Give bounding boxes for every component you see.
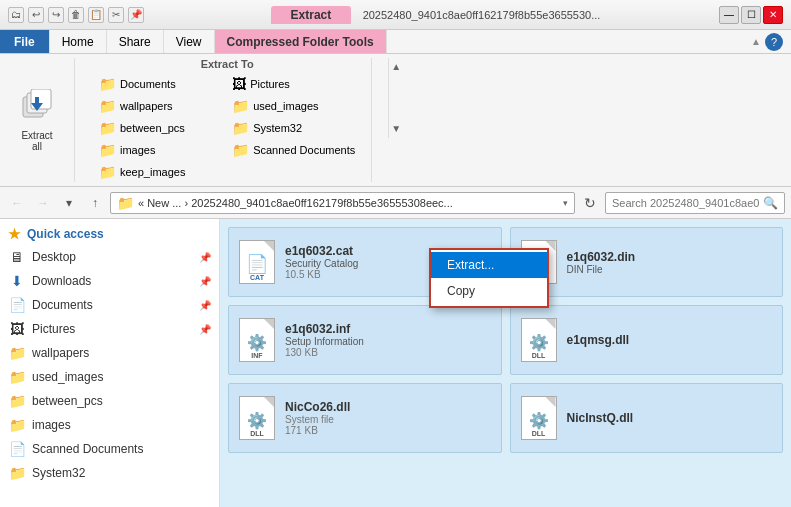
minimize-button[interactable]: — — [719, 6, 739, 24]
address-box[interactable]: 📁 « New ... › 20252480_9401c8ae0ff162179… — [110, 192, 575, 214]
sidebar-item-downloads[interactable]: ⬇ Downloads 📌 — [0, 269, 219, 293]
tb-icon-7[interactable]: 📌 — [128, 7, 144, 23]
maximize-button[interactable]: ☐ — [741, 6, 761, 24]
sidebar-item-pictures[interactable]: 🖼 Pictures 📌 — [0, 317, 219, 341]
extract-tab-title: Extract — [271, 6, 352, 24]
ribbon-item-pictures[interactable]: 🖼 Pictures — [228, 74, 359, 94]
file-content-area: 📄 CAT e1q6032.cat Security Catalog 10.5 … — [220, 219, 791, 507]
sidebar-item-system32[interactable]: 📁 System32 — [0, 461, 219, 485]
sidebar: ★ Quick access 🖥 Desktop 📌 ⬇ Downloads 📌… — [0, 219, 220, 507]
sidebar-item-documents[interactable]: 📄 Documents 📌 — [0, 293, 219, 317]
address-text: « New ... › 20252480_9401c8ae0ff162179f8… — [138, 197, 559, 209]
file-item-4[interactable]: ⚙️ DLL NicCo26.dll System file 171 KB — [228, 383, 502, 453]
file-info-dll2: NicCo26.dll System file 171 KB — [285, 400, 493, 436]
ribbon-item-wallpapers[interactable]: 📁 wallpapers — [95, 96, 226, 116]
file-desc-din: DIN File — [567, 264, 775, 275]
forward-button[interactable]: → — [32, 192, 54, 214]
ribbon-item-used-images[interactable]: 📁 used_images — [228, 96, 359, 116]
extract-to-label: Extract To — [201, 58, 254, 70]
sidebar-item-system32-label: System32 — [32, 466, 211, 480]
up-button[interactable]: ↑ — [84, 192, 106, 214]
file-desc-inf: Setup Information — [285, 336, 493, 347]
extract-to-items: 📁 Documents 🖼 Pictures 📁 wallpapers 📁 us… — [95, 74, 359, 182]
ribbon-item-images[interactable]: 📁 images — [95, 140, 226, 160]
file-item-3[interactable]: ⚙️ DLL e1qmsg.dll — [510, 305, 784, 375]
pin-icon-documents: 📌 — [199, 300, 211, 311]
sidebar-item-used-images[interactable]: 📁 used_images — [0, 365, 219, 389]
recent-locations-button[interactable]: ▾ — [58, 192, 80, 214]
ribbon-item-used-images-label: used_images — [253, 100, 318, 112]
ribbon-section-extract: Extract all — [8, 58, 75, 182]
sidebar-item-desktop[interactable]: 🖥 Desktop 📌 — [0, 245, 219, 269]
folder-icon-wallpapers: 📁 — [99, 98, 116, 114]
ribbon-collapse-icon[interactable]: ▲ — [751, 36, 761, 47]
tab-compressed-folder-tools[interactable]: Compressed Folder Tools — [215, 30, 387, 53]
sidebar-item-between-pcs[interactable]: 📁 between_pcs — [0, 389, 219, 413]
ribbon-item-system32[interactable]: 📁 System32 — [228, 118, 359, 138]
folder-icon-scanned-docs: 📁 — [232, 142, 249, 158]
ribbon-item-documents-label: Documents — [120, 78, 176, 90]
title-bar: 🗂 ↩ ↪ 🗑 📋 ✂ 📌 Extract 20252480_9401c8ae0… — [0, 0, 791, 30]
ribbon-item-pictures-label: Pictures — [250, 78, 290, 90]
ribbon-item-system32-label: System32 — [253, 122, 302, 134]
file-size-dll2: 171 KB — [285, 425, 493, 436]
ctx-extract-button[interactable]: Extract... — [431, 252, 547, 278]
system32-folder-icon: 📁 — [8, 464, 26, 482]
ribbon-item-between-pcs[interactable]: 📁 between_pcs — [95, 118, 226, 138]
sidebar-item-images[interactable]: 📁 images — [0, 413, 219, 437]
tab-view[interactable]: View — [164, 30, 215, 53]
file-info-dll1: e1qmsg.dll — [567, 333, 775, 347]
tb-icon-5[interactable]: 📋 — [88, 7, 104, 23]
ribbon-scroll-down[interactable]: ▼ — [391, 124, 401, 134]
ctx-copy-button[interactable]: Copy — [431, 278, 547, 304]
tab-home[interactable]: Home — [50, 30, 107, 53]
search-input[interactable] — [612, 197, 759, 209]
file-info-din: e1q6032.din DIN File — [567, 250, 775, 275]
file-item-2[interactable]: ⚙️ INF e1q6032.inf Setup Information 130… — [228, 305, 502, 375]
address-bar: ← → ▾ ↑ 📁 « New ... › 20252480_9401c8ae0… — [0, 187, 791, 219]
file-icon-dll3: ⚙️ DLL — [519, 394, 559, 442]
file-info-inf: e1q6032.inf Setup Information 130 KB — [285, 322, 493, 358]
file-item-5[interactable]: ⚙️ DLL NicInstQ.dll — [510, 383, 784, 453]
pictures-icon: 🖼 — [8, 320, 26, 338]
pin-icon-desktop: 📌 — [199, 252, 211, 263]
sidebar-wrapper: ★ Quick access 🖥 Desktop 📌 ⬇ Downloads 📌… — [0, 219, 220, 507]
window-controls: — ☐ ✕ — [719, 6, 783, 24]
ribbon-item-documents[interactable]: 📁 Documents — [95, 74, 226, 94]
file-name-inf: e1q6032.inf — [285, 322, 493, 336]
wallpapers-folder-icon: 📁 — [8, 344, 26, 362]
tab-file[interactable]: File — [0, 30, 50, 53]
address-dropdown-icon[interactable]: ▾ — [563, 198, 568, 208]
search-box[interactable]: 🔍 — [605, 192, 785, 214]
sidebar-item-wallpapers-label: wallpapers — [32, 346, 211, 360]
folder-icon-system32: 📁 — [232, 120, 249, 136]
tb-icon-3[interactable]: ↪ — [48, 7, 64, 23]
context-menu: Extract... Copy — [429, 248, 549, 308]
tb-icon-2[interactable]: ↩ — [28, 7, 44, 23]
ribbon-item-keep-images[interactable]: 📁 keep_images — [95, 162, 226, 182]
sidebar-item-scanned-documents[interactable]: 📄 Scanned Documents — [0, 437, 219, 461]
help-button[interactable]: ? — [765, 33, 783, 51]
tb-icon-1[interactable]: 🗂 — [8, 7, 24, 23]
quick-access-header[interactable]: ★ Quick access — [0, 223, 219, 245]
tb-icon-4[interactable]: 🗑 — [68, 7, 84, 23]
sidebar-item-images-label: images — [32, 418, 211, 432]
tb-icon-6[interactable]: ✂ — [108, 7, 124, 23]
close-button[interactable]: ✕ — [763, 6, 783, 24]
folder-icon-pictures: 🖼 — [232, 76, 246, 92]
file-item-0[interactable]: 📄 CAT e1q6032.cat Security Catalog 10.5 … — [228, 227, 502, 297]
scanned-docs-icon: 📄 — [8, 440, 26, 458]
extract-all-button[interactable]: Extract all — [12, 85, 62, 156]
file-name-dll2: NicCo26.dll — [285, 400, 493, 414]
ribbon-scroll-up[interactable]: ▲ — [391, 62, 401, 72]
tab-share[interactable]: Share — [107, 30, 164, 53]
back-button[interactable]: ← — [6, 192, 28, 214]
sidebar-item-wallpapers[interactable]: 📁 wallpapers — [0, 341, 219, 365]
window-title: 20252480_9401c8ae0ff162179f8b55e3655530.… — [363, 9, 601, 21]
ribbon-item-wallpapers-label: wallpapers — [120, 100, 173, 112]
file-icon-inf: ⚙️ INF — [237, 316, 277, 364]
file-name-dll1: e1qmsg.dll — [567, 333, 775, 347]
ribbon-item-scanned-documents[interactable]: 📁 Scanned Documents — [228, 140, 359, 160]
file-item-1[interactable]: 📄 DIN e1q6032.din DIN File — [510, 227, 784, 297]
refresh-button[interactable]: ↻ — [579, 192, 601, 214]
